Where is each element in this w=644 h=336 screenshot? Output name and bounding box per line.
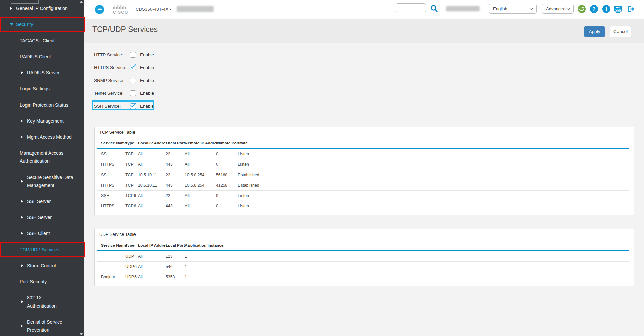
sidebar-item-secure-sensitive-data-management[interactable]: Secure Sensitive Data Management (0, 169, 84, 193)
column-header: Application Instance (185, 240, 629, 251)
table-cell: 10.5.10.11 (138, 170, 166, 180)
sidebar-toggle-icon[interactable] (95, 5, 104, 14)
table-cell: Established (238, 170, 629, 180)
table-row: HTTPSTCP10.5.10.1144310.5.8.25441258Esta… (97, 180, 629, 191)
enable-checkbox[interactable] (130, 78, 136, 83)
apply-button[interactable]: Apply (584, 26, 605, 37)
table-cell: 1 (185, 272, 629, 282)
table-row: BonjourUDP6All53531 (97, 272, 629, 282)
expand-arrow-icon (21, 180, 23, 183)
display-mode-select[interactable]: Advanced (542, 4, 574, 14)
page-title-bar: TCP/UDP Services (84, 19, 644, 43)
info-icon[interactable] (602, 5, 611, 13)
help-icon[interactable]: ? (590, 5, 598, 13)
table-cell: All (138, 262, 166, 272)
expand-arrow-icon (21, 324, 23, 328)
expand-arrow-icon (21, 264, 23, 267)
sidebar-item-label: Mgmt Access Method (27, 133, 72, 141)
sidebar-item-tcp-udp-services[interactable]: TCP/UDP Services (0, 242, 84, 258)
table-cell: 0 (216, 191, 238, 201)
table-header-row: Service NameTypeLocal IP AddressLocal Po… (97, 138, 629, 149)
udp-table-title: UDP Service Table (95, 229, 634, 240)
sidebar-item-ssh-client[interactable]: SSH Client (0, 225, 84, 242)
main-area: CISCO CBS350-48T-4X - English Advanced (84, 0, 644, 336)
sidebar-item-label: Key Management (27, 117, 64, 125)
table-cell: All (185, 191, 216, 201)
udp-service-table: Service NameTypeLocal IP AddressLocal Po… (97, 240, 629, 282)
table-cell: All (185, 201, 216, 211)
search-icon[interactable] (430, 5, 438, 12)
table-cell: 5353 (166, 272, 185, 282)
feedback-smiley-icon[interactable] (577, 5, 586, 13)
sidebar-item-storm-control[interactable]: Storm Control (0, 258, 84, 274)
search-input[interactable] (396, 3, 426, 12)
service-label: SNMP Service: (94, 78, 130, 83)
sidebar-item-login-protection-status[interactable]: Login Protection Status (0, 97, 84, 113)
sidebar-menu: General IP ConfigurationSecurityTACACS+ … (0, 0, 84, 336)
sidebar-item-label: SSH Client (27, 229, 50, 238)
sidebar-item-port-security[interactable]: Port Security (0, 274, 84, 290)
service-row: Telnet Service:Enable (94, 89, 154, 97)
cancel-button[interactable]: Cancel (610, 26, 631, 37)
svg-text:CISCO: CISCO (113, 10, 128, 15)
sidebar-item-tacacs-client[interactable]: TACACS+ Client (0, 32, 84, 49)
sidebar-item-security[interactable]: Security (0, 16, 84, 32)
service-row: HTTPS Service:Enable (94, 63, 154, 72)
table-cell: 22 (166, 149, 185, 159)
column-header: State (238, 138, 629, 149)
sidebar-item-management-access-authentication[interactable]: Management Access Authentication (0, 145, 84, 169)
sidebar-item-key-management[interactable]: Key Management (0, 113, 84, 129)
column-header: Remote IP Address (185, 138, 216, 149)
display-mode-value: Advanced (546, 6, 566, 11)
service-row: HTTP Service:Enable (94, 50, 154, 59)
sidebar-item-ssl-server[interactable]: SSL Server (0, 193, 84, 209)
tcp-service-table: Service NameTypeLocal IP AddressLocal Po… (97, 138, 629, 211)
expand-arrow-icon (21, 135, 23, 139)
expand-arrow-icon (21, 232, 23, 235)
sidebar-item-radius-server[interactable]: RADIUS Server (0, 65, 84, 81)
enable-checkbox-label: Enable (140, 104, 154, 109)
sidebar-item-radius-client[interactable]: RADIUS Client (0, 49, 84, 65)
column-header: Remote Port (216, 138, 238, 149)
sidebar-item-label: Secure Sensitive Data Management (27, 173, 73, 189)
column-header: Type (125, 240, 138, 251)
redacted-username (446, 6, 480, 11)
sidebar-item-label: General IP Configuration (16, 4, 68, 12)
cisco-business-dashboard-icon[interactable]: CBD (614, 5, 623, 13)
enable-checkbox[interactable] (130, 65, 136, 70)
service-label: Telnet Service: (94, 91, 130, 96)
sidebar-item-label: Port Security (20, 278, 47, 286)
expand-arrow-icon (10, 7, 12, 10)
table-cell: All (138, 159, 166, 170)
column-header: Local IP Address (138, 240, 166, 251)
table-cell: 123 (166, 251, 185, 262)
table-cell (97, 251, 125, 262)
enable-checkbox[interactable] (130, 90, 136, 96)
table-cell: 22 (166, 191, 185, 201)
table-cell: SSH (97, 149, 125, 159)
column-header: Type (125, 138, 138, 149)
sidebar-item-denial-of-service-prevention[interactable]: Denial of Service Prevention (0, 314, 84, 336)
enable-checkbox[interactable] (130, 52, 136, 58)
language-select[interactable]: English (489, 4, 537, 14)
sidebar-item-802-1x-authentication[interactable]: 802.1X Authentication (0, 290, 84, 314)
table-cell: All (138, 191, 166, 201)
table-cell: SSH (97, 170, 125, 180)
sidebar-item-label: TACACS+ Client (20, 37, 55, 45)
table-cell: All (185, 149, 216, 159)
enable-checkbox[interactable] (130, 103, 136, 109)
table-cell: 0 (216, 201, 238, 211)
table-cell: UDP6 (125, 262, 138, 272)
sidebar-item-general-ip-configuration[interactable]: General IP Configuration (0, 0, 84, 16)
sidebar-item-mgmt-access-method[interactable]: Mgmt Access Method (0, 129, 84, 145)
device-title: CBS350-48T-4X - (136, 7, 171, 12)
table-cell: 0 (216, 159, 238, 170)
table-header-row: Service NameTypeLocal IP AddressLocal Po… (97, 240, 629, 251)
table-cell: TCP6 (125, 201, 138, 211)
sidebar-item-ssh-server[interactable]: SSH Server (0, 209, 84, 225)
service-row: SNMP Service:Enable (94, 76, 154, 85)
language-select-value: English (493, 6, 507, 11)
sidebar-item-login-settings[interactable]: Login Settings (0, 81, 84, 97)
logout-icon[interactable] (627, 5, 635, 13)
sidebar-item-label: TCP/UDP Services (20, 246, 60, 254)
